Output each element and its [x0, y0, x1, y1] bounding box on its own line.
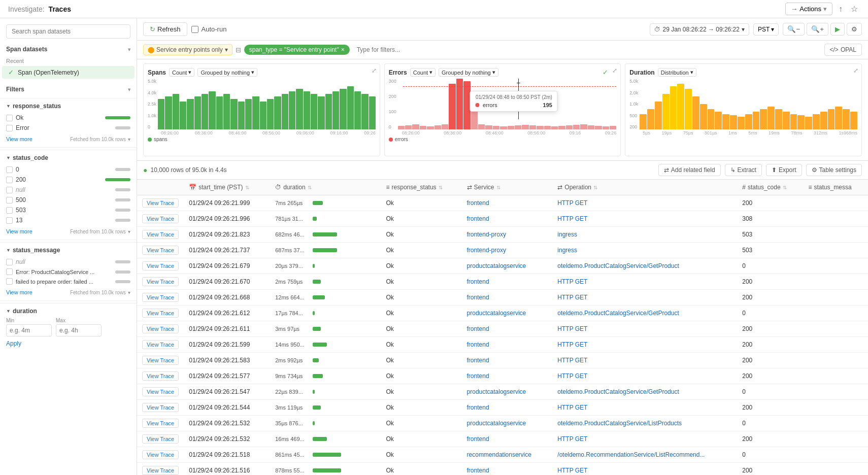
filter-checkbox-failed-order[interactable]	[6, 278, 13, 285]
cell-operation[interactable]: ingress	[552, 243, 737, 258]
th-response-status[interactable]: ≡ response_status ⇅	[381, 180, 462, 195]
search-input[interactable]	[6, 24, 130, 39]
duration-apply-button[interactable]: Apply	[6, 340, 21, 347]
auto-run-toggle[interactable]: Auto-run	[191, 25, 227, 33]
view-more-status-code[interactable]: View more	[6, 227, 32, 235]
cell-service[interactable]: frontend	[462, 290, 553, 306]
view-trace-button[interactable]: View Trace	[142, 246, 179, 255]
cell-operation[interactable]: oteldemo.ProductCatalogService/GetProduc…	[552, 306, 737, 321]
table-settings-button[interactable]: ⚙ Table settings	[806, 164, 862, 176]
view-trace-button[interactable]: View Trace	[142, 371, 179, 381]
view-more-response-status[interactable]: View more	[6, 135, 32, 143]
filter-text-input[interactable]	[353, 44, 821, 55]
filter-chip-close[interactable]: ×	[341, 46, 345, 53]
cell-service[interactable]: frontend	[462, 195, 553, 211]
cell-service[interactable]: frontend-proxy	[462, 227, 553, 243]
cell-operation[interactable]: HTTP GET	[552, 463, 737, 476]
view-trace-button[interactable]: View Trace	[142, 293, 179, 302]
view-trace-button[interactable]: View Trace	[142, 230, 179, 239]
spans-group-badge[interactable]: Grouped by nothing ▾	[197, 68, 257, 77]
cell-operation[interactable]: oteldemo.ProductCatalogService/GetProduc…	[552, 384, 737, 400]
duration-expand-icon[interactable]: ⤢	[853, 67, 858, 74]
view-trace-button[interactable]: View Trace	[142, 198, 179, 208]
filter-checkbox-ok[interactable]	[6, 115, 13, 121]
filter-response-status-header[interactable]: ▼ response_status	[6, 103, 130, 110]
cell-service[interactable]: frontend-proxy	[462, 243, 553, 258]
filters-section[interactable]: Filters ▾	[0, 83, 137, 96]
extract-button[interactable]: ↳ Extract	[725, 164, 762, 176]
share-button[interactable]: ↑	[837, 3, 845, 16]
auto-run-checkbox[interactable]	[191, 26, 198, 33]
filter-checkbox-error-product[interactable]	[6, 268, 13, 275]
cell-operation[interactable]: oteldemo.ProductCatalogService/ListProdu…	[552, 416, 737, 431]
view-trace-button[interactable]: View Trace	[142, 340, 179, 349]
filter-checkbox-503[interactable]	[6, 207, 13, 214]
spans-expand-icon[interactable]: ⤢	[372, 67, 377, 74]
cell-operation[interactable]: oteldemo.ProductCatalogService/GetProduc…	[552, 258, 737, 274]
star-button[interactable]: ☆	[849, 2, 860, 16]
filter-checkbox-13[interactable]	[6, 217, 13, 224]
view-trace-button[interactable]: View Trace	[142, 450, 179, 459]
cell-service[interactable]: frontend	[462, 274, 553, 290]
cell-service[interactable]: frontend	[462, 321, 553, 337]
cell-operation[interactable]: HTTP GET	[552, 400, 737, 416]
refresh-button[interactable]: ↻ Refresh	[143, 22, 187, 36]
cell-service[interactable]: frontend	[462, 368, 553, 384]
th-operation[interactable]: ⇄ Operation ⇅	[552, 180, 737, 195]
view-trace-button[interactable]: View Trace	[142, 324, 179, 333]
view-trace-button[interactable]: View Trace	[142, 466, 179, 475]
add-related-field-button[interactable]: ⇄ Add related field	[658, 164, 721, 176]
cell-service[interactable]: frontend	[462, 431, 553, 447]
th-duration[interactable]: ⏱ duration ⇅	[270, 180, 381, 195]
cell-operation[interactable]: HTTP GET	[552, 353, 737, 368]
th-service[interactable]: ⇄ Service ⇅	[462, 180, 553, 195]
errors-count-badge[interactable]: Count ▾	[410, 68, 436, 77]
filter-checkbox-0[interactable]	[6, 166, 13, 173]
cell-operation[interactable]: HTTP GET	[552, 211, 737, 227]
filter-checkbox-null-code[interactable]	[6, 187, 13, 193]
duration-dist-badge[interactable]: Distribution ▾	[658, 68, 696, 77]
filter-checkbox-error[interactable]	[6, 125, 13, 131]
cell-operation[interactable]: /oteldemo.RecommendationService/ListReco…	[552, 447, 737, 463]
filter-checkbox-null-msg[interactable]	[6, 259, 13, 265]
duration-max-input[interactable]	[56, 324, 102, 336]
cell-operation[interactable]: HTTP GET	[552, 368, 737, 384]
cell-operation[interactable]: HTTP GET	[552, 431, 737, 447]
view-trace-button[interactable]: View Trace	[142, 403, 179, 412]
filter-checkbox-500[interactable]	[6, 197, 13, 203]
errors-group-badge[interactable]: Grouped by nothing ▾	[439, 68, 498, 77]
cell-service[interactable]: frontend	[462, 400, 553, 416]
view-trace-button[interactable]: View Trace	[142, 419, 179, 428]
spans-count-badge[interactable]: Count ▾	[169, 68, 194, 77]
cell-service[interactable]: frontend	[462, 337, 553, 353]
filter-duration-header[interactable]: ▼ duration	[6, 308, 130, 315]
view-trace-button[interactable]: View Trace	[142, 214, 179, 223]
cell-service[interactable]: productcatalogservice	[462, 306, 553, 321]
cell-service[interactable]: frontend	[462, 463, 553, 476]
cell-service[interactable]: frontend	[462, 353, 553, 368]
cell-operation[interactable]: ingress	[552, 227, 737, 243]
cell-service[interactable]: productcatalogservice	[462, 258, 553, 274]
filter-status-message-header[interactable]: ▼ status_message	[6, 247, 130, 254]
view-trace-button[interactable]: View Trace	[142, 309, 179, 318]
th-start-time[interactable]: 📅 start_time (PST) ⇅	[184, 180, 270, 195]
view-more-status-message[interactable]: View more	[6, 288, 32, 296]
play-button[interactable]: ▶	[830, 23, 845, 36]
zoom-out-button[interactable]: 🔍−	[783, 23, 805, 36]
view-trace-button[interactable]: View Trace	[142, 387, 179, 396]
cell-operation[interactable]: HTTP GET	[552, 290, 737, 306]
th-status-message[interactable]: ≡ status_messa	[804, 180, 869, 195]
cell-service[interactable]: productcatalogservice	[462, 384, 553, 400]
export-button[interactable]: ⬆ Export	[766, 164, 802, 176]
errors-expand-icon[interactable]: ⤢	[612, 67, 617, 74]
view-trace-button[interactable]: View Trace	[142, 277, 179, 286]
duration-min-input[interactable]	[6, 324, 52, 336]
cell-operation[interactable]: HTTP GET	[552, 274, 737, 290]
cell-operation[interactable]: HTTP GET	[552, 321, 737, 337]
cell-service[interactable]: productcatalogservice	[462, 416, 553, 431]
th-status-code[interactable]: # status_code ⇅	[737, 180, 803, 195]
filter-status-code-header[interactable]: ▼ status_code	[6, 154, 130, 161]
view-trace-button[interactable]: View Trace	[142, 434, 179, 444]
view-trace-button[interactable]: View Trace	[142, 261, 179, 270]
timezone-button[interactable]: PST ▾	[753, 23, 779, 36]
